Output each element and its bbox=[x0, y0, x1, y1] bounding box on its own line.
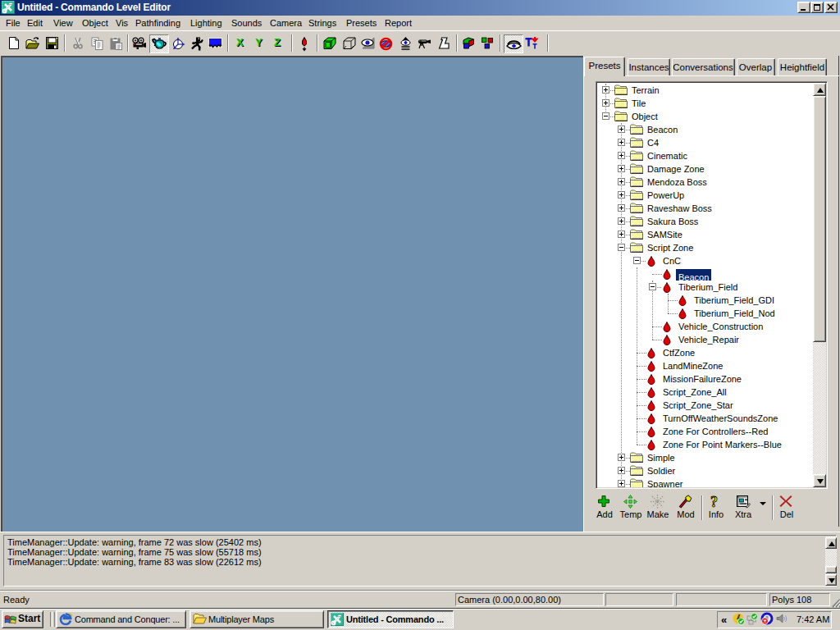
svg-text:?: ? bbox=[710, 494, 718, 510]
